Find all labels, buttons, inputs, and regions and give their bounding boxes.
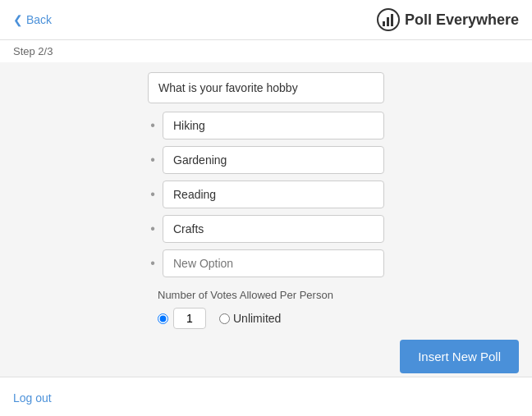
svg-rect-2	[387, 17, 389, 26]
back-arrow-icon: ❮	[13, 13, 23, 26]
top-bar: ❮ Back Poll Everywhere	[0, 0, 532, 40]
option-row-1: •	[148, 112, 384, 139]
unlimited-label[interactable]: Unlimited	[219, 312, 281, 325]
bottom-bar: Log out	[0, 377, 532, 416]
bullet-icon-1: •	[148, 118, 158, 133]
logo-area: Poll Everywhere	[377, 8, 519, 31]
unlimited-text: Unlimited	[233, 312, 281, 325]
option-row-4: •	[148, 215, 384, 243]
insert-new-poll-button[interactable]: Insert New Poll	[400, 340, 519, 373]
step-indicator: Step 2/3	[0, 40, 532, 62]
logo-text: Poll Everywhere	[405, 11, 519, 29]
option-row-3: •	[148, 181, 384, 208]
bullet-icon-4: •	[148, 222, 158, 236]
question-input[interactable]	[148, 72, 384, 103]
back-label: Back	[26, 13, 52, 26]
votes-section: Number of Votes Allowed Per Person Unlim…	[148, 289, 384, 329]
bullet-icon-2: •	[148, 153, 158, 167]
bullet-icon-3: •	[148, 187, 158, 202]
svg-rect-3	[391, 14, 393, 26]
votes-controls: Unlimited	[158, 308, 384, 329]
step-label: Step 2/3	[13, 45, 53, 57]
option-input-5[interactable]	[163, 249, 384, 277]
votes-unlimited-radio[interactable]	[219, 313, 230, 324]
votes-number-input[interactable]	[173, 308, 206, 329]
svg-rect-1	[383, 21, 385, 26]
log-out-link[interactable]: Log out	[13, 391, 52, 405]
poll-everywhere-logo-icon	[377, 8, 400, 31]
votes-number-radio[interactable]	[158, 313, 168, 324]
votes-label: Number of Votes Allowed Per Person	[158, 289, 384, 301]
option-input-3[interactable]	[163, 181, 384, 208]
option-input-4[interactable]	[163, 215, 384, 243]
radio-number-group	[158, 308, 206, 329]
bullet-icon-5: •	[148, 256, 158, 271]
option-row-2: •	[148, 146, 384, 174]
option-input-2[interactable]	[163, 146, 384, 174]
back-button[interactable]: ❮ Back	[13, 13, 52, 26]
main-content: • • • • • Number of Votes Allowed Per Pe…	[0, 62, 532, 339]
option-row-5: •	[148, 249, 384, 277]
option-input-1[interactable]	[163, 112, 384, 139]
